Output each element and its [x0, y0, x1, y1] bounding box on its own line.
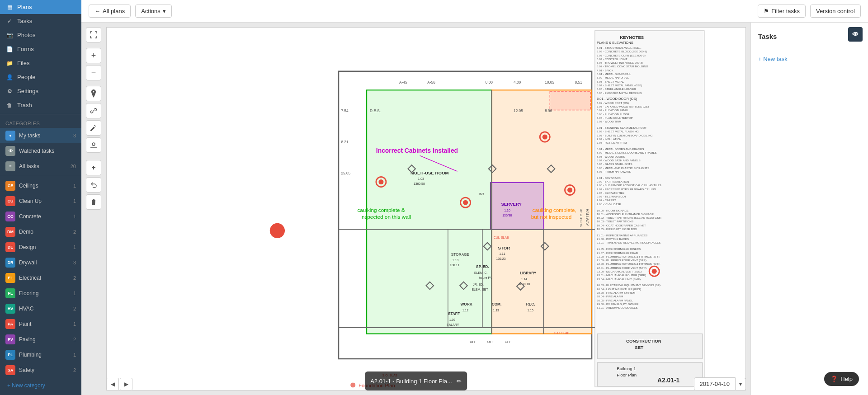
sidebar-item-people[interactable]: 👤 People — [0, 70, 81, 84]
svg-text:29.00 - PV PANELS, BY OWNER: 29.00 - PV PANELS, BY OWNER — [597, 302, 639, 306]
sidebar-divider-2 — [0, 176, 81, 176]
sidebar-item-label-forms: Forms — [17, 46, 76, 52]
location-button[interactable] — [86, 86, 101, 101]
plus-icon: + — [91, 52, 96, 60]
svg-point-123 — [463, 200, 468, 205]
svg-text:10.05: 10.05 — [545, 80, 554, 85]
add-marker-icon — [90, 164, 97, 171]
sidebar-item-files[interactable]: 📁 Files — [0, 56, 81, 70]
filter-tasks-button[interactable]: ⚑ Filter tasks — [758, 5, 806, 18]
sidebar-item-plans[interactable]: ▦ Plans — [0, 0, 81, 14]
link-button[interactable] — [86, 103, 101, 118]
sidebar-item-hvac[interactable]: HV HVAC 2 — [0, 301, 81, 316]
sidebar-item-design[interactable]: DE Design 1 — [0, 240, 81, 255]
undo-button[interactable] — [86, 177, 101, 193]
plan-area: + − — [81, 23, 750, 395]
plan-svg: KEYNOTES PLANS & ELEVATIONS 3.01 - STRUC… — [107, 28, 745, 390]
zoom-in-button[interactable]: + — [86, 48, 101, 63]
svg-text:3.07 - TROMEL CONC STAIR MOLDI: 3.07 - TROMEL CONC STAIR MOLDING — [597, 65, 648, 68]
topbar-right: ⚑ Filter tasks Version control — [758, 5, 861, 18]
sidebar-item-clean-up[interactable]: CU Clean Up 1 — [0, 193, 81, 209]
sidebar-item-all-tasks[interactable]: ≡ All tasks 20 — [0, 159, 81, 174]
svg-text:6.07 - WOOD TRIM: 6.07 - WOOD TRIM — [597, 120, 621, 123]
date-display: 2017-04-10 — [694, 377, 736, 390]
tasks-panel-title: Tasks — [758, 33, 777, 40]
pencil-icon — [90, 125, 97, 131]
sidebar-item-forms[interactable]: 📄 Forms — [0, 42, 81, 56]
svg-point-125 — [542, 134, 547, 139]
svg-text:21.01 - TRASH AND RECYCLING RE: 21.01 - TRASH AND RECYCLING RECEPTACLES — [597, 241, 660, 244]
date-dropdown-button[interactable]: ▾ — [736, 378, 746, 390]
new-task-label: + New task — [758, 56, 788, 62]
svg-text:7.05 - RESILIENT TRIM: 7.05 - RESILIENT TRIM — [597, 141, 627, 144]
version-control-button[interactable]: Version control — [810, 5, 861, 18]
chevron-down-icon: ▾ — [163, 8, 166, 14]
pencil-button[interactable] — [86, 120, 101, 136]
sidebar-item-electrical[interactable]: EL Electrical 2 — [0, 270, 81, 286]
new-task-button[interactable]: + New task — [751, 50, 868, 68]
sidebar-item-safety[interactable]: SA Safety 2 — [0, 362, 81, 378]
help-button[interactable]: ❓ Help — [824, 372, 859, 386]
svg-text:21.09 - PLUMBING ROOF VENT (SP: 21.09 - PLUMBING ROOF VENT (SPR) — [597, 259, 646, 262]
svg-text:22.00 - PLUMBING FIXTURES & FI: 22.00 - PLUMBING FIXTURES & FITTINGS (SP… — [597, 262, 660, 265]
sidebar-item-photos[interactable]: 📷 Photos — [0, 28, 81, 42]
tasks-panel-header: Tasks 👁 — [751, 23, 868, 50]
svg-text:8.06 - METAL AND PLASTIC SKYLI: 8.06 - METAL AND PLASTIC SKYLIGHTS — [597, 166, 649, 169]
sidebar-item-paving[interactable]: PV Paving 2 — [0, 332, 81, 347]
svg-text:COM.: COM. — [492, 302, 502, 306]
tasks-eye-button[interactable]: 👁 — [848, 27, 863, 42]
fullscreen-button[interactable] — [86, 27, 101, 42]
add-marker-button[interactable] — [86, 160, 101, 175]
all-plans-button[interactable]: ← All plans — [89, 5, 131, 18]
svg-text:1.03: 1.03 — [418, 177, 425, 180]
cat-circle-clean-up: CU — [5, 196, 15, 206]
svg-text:Incorrect Cabinets Installed: Incorrect Cabinets Installed — [376, 147, 458, 154]
cat-circle-paint: PA — [5, 319, 15, 329]
sidebar-item-flooring[interactable]: FL Flooring 1 — [0, 286, 81, 301]
minus-icon: − — [91, 69, 96, 77]
prev-plan-button[interactable]: ◀ — [106, 378, 119, 390]
edit-plan-icon[interactable]: ✏ — [457, 378, 462, 385]
sidebar-item-watched-tasks[interactable]: 👁 Watched tasks — [0, 143, 81, 159]
cat-count-design: 1 — [73, 245, 76, 250]
svg-text:A-56: A-56 — [427, 80, 435, 85]
plan-canvas[interactable]: KEYNOTES PLANS & ELEVATIONS 3.01 - STRUC… — [106, 27, 746, 390]
fullscreen-icon — [90, 31, 97, 38]
delete-button[interactable] — [86, 194, 101, 210]
stamp-button[interactable] — [86, 137, 101, 153]
sidebar-item-concrete[interactable]: CO Concrete 1 — [0, 209, 81, 224]
sidebar-item-trash[interactable]: 🗑 Trash — [0, 98, 81, 112]
new-category-btn[interactable]: + New category — [0, 380, 81, 391]
sidebar-item-label-people: People — [17, 74, 76, 80]
sidebar-item-drywall[interactable]: DR Drywall 3 — [0, 255, 81, 270]
svg-text:SALARY: SALARY — [447, 323, 459, 326]
svg-text:future PV: future PV — [479, 276, 492, 279]
svg-text:8.05 - GLASS STARLIGHTS: 8.05 - GLASS STARLIGHTS — [597, 162, 632, 165]
help-label: Help — [840, 376, 853, 382]
sidebar-item-label-plans: Plans — [17, 4, 76, 10]
actions-button[interactable]: Actions ▾ — [135, 5, 172, 18]
zoom-out-button[interactable]: − — [86, 65, 101, 80]
new-category-label: + New category — [5, 382, 45, 389]
svg-text:6.04 - PLYWOOD PANEL: 6.04 - PLYWOOD PANEL — [597, 108, 629, 112]
sidebar-item-plumbing[interactable]: PL Plumbing 1 — [0, 347, 81, 362]
svg-text:3.02 - CONCRETE BLOCK (SEE 000: 3.02 - CONCRETE BLOCK (SEE 000-3) — [597, 50, 647, 53]
sidebar-item-tasks[interactable]: ✓ Tasks — [0, 14, 81, 28]
cat-label-design: Design — [19, 244, 70, 250]
next-plan-button[interactable]: ▶ — [120, 378, 132, 390]
sidebar-item-paint[interactable]: PA Paint 1 — [0, 316, 81, 332]
sidebar-item-settings[interactable]: ⚙ Settings — [0, 84, 81, 98]
nav-arrows: ◀ ▶ — [106, 378, 132, 390]
sidebar-item-demo[interactable]: DM Demo 2 — [0, 224, 81, 240]
sidebar-item-ceilings[interactable]: CE Ceilings 1 — [0, 178, 81, 193]
sidebar-item-my-tasks[interactable]: ● My tasks 3 — [0, 128, 81, 143]
stamp-icon — [90, 142, 97, 148]
cat-count-demo: 2 — [73, 229, 76, 235]
trash-icon: 🗑 — [5, 102, 14, 108]
svg-text:9.01 - DRYBOARD: 9.01 - DRYBOARD — [597, 176, 621, 179]
svg-text:Building 1: Building 1 — [617, 366, 636, 371]
svg-text:9.07 - CARPET: 9.07 - CARPET — [597, 198, 616, 202]
filter-tasks-label: Filter tasks — [771, 8, 800, 14]
svg-text:WORK: WORK — [461, 302, 472, 306]
cat-count-flooring: 1 — [73, 291, 76, 296]
